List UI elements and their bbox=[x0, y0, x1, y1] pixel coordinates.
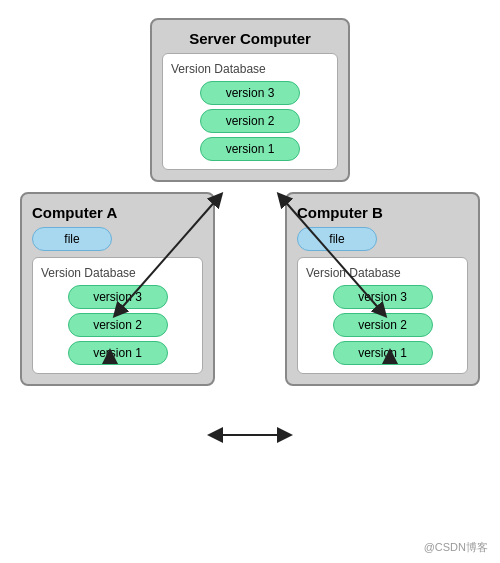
server-inner-box: Version Database version 3 version 2 ver… bbox=[162, 53, 338, 170]
server-computer-box: Server Computer Version Database version… bbox=[150, 18, 350, 182]
watermark: @CSDN博客 bbox=[424, 540, 488, 555]
computer-b-file: file bbox=[297, 227, 377, 251]
server-version-1: version 1 bbox=[200, 137, 300, 161]
computer-b-version-2: version 2 bbox=[333, 313, 433, 337]
computer-b-title: Computer B bbox=[297, 204, 383, 221]
computer-a-version-2: version 2 bbox=[68, 313, 168, 337]
server-version-2: version 2 bbox=[200, 109, 300, 133]
computer-a-version-1: version 1 bbox=[68, 341, 168, 365]
computer-b-version-3: version 3 bbox=[333, 285, 433, 309]
server-db-label: Version Database bbox=[171, 62, 266, 76]
computer-b-inner-box: Version Database version 3 version 2 ver… bbox=[297, 257, 468, 374]
computer-b-db-label: Version Database bbox=[306, 266, 401, 280]
computer-a-db-label: Version Database bbox=[41, 266, 136, 280]
computer-a-version-3: version 3 bbox=[68, 285, 168, 309]
server-title: Server Computer bbox=[189, 30, 311, 47]
diagram-container: Server Computer Version Database version… bbox=[0, 0, 500, 563]
computer-a-file: file bbox=[32, 227, 112, 251]
computer-b-box: Computer B file Version Database version… bbox=[285, 192, 480, 386]
server-version-3: version 3 bbox=[200, 81, 300, 105]
computer-a-title: Computer A bbox=[32, 204, 117, 221]
computer-b-version-1: version 1 bbox=[333, 341, 433, 365]
computer-a-inner-box: Version Database version 3 version 2 ver… bbox=[32, 257, 203, 374]
bottom-row: Computer A file Version Database version… bbox=[10, 192, 490, 386]
computer-a-box: Computer A file Version Database version… bbox=[20, 192, 215, 386]
